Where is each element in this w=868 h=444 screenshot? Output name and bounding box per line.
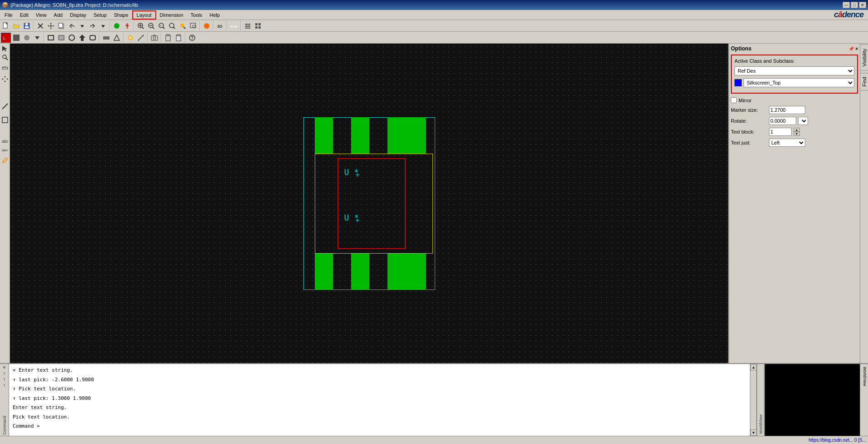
layer-active[interactable]: L — [1, 33, 11, 43]
side-btn-up2[interactable]: ↑ — [3, 377, 5, 382]
shape-rect2-btn[interactable] — [56, 33, 66, 43]
menu-shape[interactable]: Shape — [110, 10, 132, 20]
zoom-window[interactable] — [188, 21, 198, 31]
clipboard2-btn[interactable] — [174, 33, 184, 43]
help-btn[interactable]: ? — [187, 33, 197, 43]
pin-green-button[interactable] — [112, 21, 122, 31]
command-panel[interactable]: × Enter text string. ↑ last pick: -2.600… — [9, 364, 757, 436]
3d-button[interactable]: 3D — [215, 21, 225, 31]
save-button[interactable] — [22, 21, 32, 31]
menu-view[interactable]: View — [32, 10, 50, 20]
grid2-button[interactable] — [253, 21, 263, 31]
left-zoom-btn[interactable] — [1, 53, 9, 61]
refresh-button[interactable] — [202, 21, 212, 31]
arrow-btn[interactable] — [32, 33, 42, 43]
menu-setup[interactable]: Setup — [90, 10, 110, 20]
left-pencil-btn[interactable] — [1, 156, 9, 165]
visibility-tab[interactable]: Visibility — [860, 45, 868, 71]
shape-arrow-btn[interactable] — [77, 33, 87, 43]
camera-btn[interactable] — [149, 33, 159, 43]
text-block-up[interactable]: ▲ — [794, 128, 800, 132]
scroll-down-btn[interactable]: ▼ — [750, 429, 757, 436]
text-just-dropdown[interactable]: Left Center Right — [769, 139, 805, 147]
subclass-dropdown[interactable]: Silkscreen_Top — [744, 78, 854, 87]
left-text-abc2-btn[interactable]: abc+ — [1, 145, 9, 154]
flip-button[interactable]: FLIP — [229, 21, 239, 31]
text-block-input[interactable] — [769, 128, 792, 136]
shape-custom2-btn[interactable] — [112, 33, 122, 43]
grid-button[interactable] — [243, 21, 253, 31]
left-select-btn[interactable] — [1, 45, 9, 53]
menu-tools[interactable]: Tools — [187, 10, 206, 20]
measure-btn[interactable] — [136, 33, 146, 43]
zoom-custom[interactable] — [178, 21, 188, 31]
cross-btn[interactable] — [35, 21, 45, 31]
text-block-spinners: ▲ ▼ — [794, 128, 800, 136]
worldview-tab[interactable]: WorldView — [860, 364, 868, 389]
scroll-up-btn[interactable]: ▲ — [750, 364, 757, 370]
cadence-logo: cādence — [834, 10, 863, 20]
menu-display[interactable]: Display — [66, 10, 90, 20]
redo-arrow[interactable] — [88, 21, 98, 31]
find-tab[interactable]: Find — [860, 73, 868, 90]
side-btn-up3[interactable]: ↑ — [3, 383, 5, 388]
zoom-out-button[interactable] — [146, 21, 156, 31]
rotate-dropdown[interactable]: ▼ — [798, 117, 808, 125]
svg-line-84 — [2, 104, 8, 109]
app-icon: 📦 — [2, 2, 9, 8]
menu-edit[interactable]: Edit — [16, 10, 32, 20]
window-controls[interactable]: — □ ✕ — [843, 2, 866, 8]
left-ruler-btn[interactable] — [1, 64, 9, 72]
menu-add[interactable]: Add — [50, 10, 66, 20]
svg-line-30 — [174, 27, 175, 29]
side-btn-x[interactable]: × — [3, 365, 6, 370]
zoom-pan-button[interactable] — [167, 21, 177, 31]
menu-dimension[interactable]: Dimension — [156, 10, 187, 20]
arrow-down-2[interactable] — [98, 21, 108, 31]
pad-bot-1 — [315, 254, 333, 290]
add-padstack-btn[interactable] — [125, 33, 135, 43]
clipboard1-btn[interactable] — [163, 33, 173, 43]
zoom-fit-button[interactable]: + — [157, 21, 167, 31]
minimize-button[interactable]: — — [843, 2, 850, 8]
pushpin-button[interactable] — [122, 21, 132, 31]
maximize-button[interactable]: □ — [851, 2, 858, 8]
left-rect-btn[interactable] — [1, 113, 9, 127]
undo-arrow-1[interactable] — [67, 21, 77, 31]
new-button[interactable] — [1, 21, 11, 31]
mirror-checkbox[interactable] — [731, 97, 737, 103]
text-just-row: Text just: Left Center Right — [731, 139, 858, 147]
mirror-label: Mirror — [739, 98, 752, 103]
menu-layout[interactable]: Layout — [132, 10, 156, 20]
open-button[interactable] — [11, 21, 21, 31]
shape-circle-btn[interactable] — [67, 33, 77, 43]
svg-marker-56 — [79, 35, 85, 41]
copy-button[interactable] — [56, 21, 66, 31]
move-button[interactable] — [46, 21, 56, 31]
side-btn-up1[interactable]: ↑ — [3, 371, 5, 376]
left-move-btn[interactable] — [1, 75, 9, 83]
menu-help[interactable]: Help — [206, 10, 223, 20]
zoom-in-button[interactable] — [136, 21, 146, 31]
worldview-panel[interactable] — [764, 364, 860, 436]
command-scrollbar[interactable]: ▲ ▼ — [750, 364, 756, 436]
panel-pin-button[interactable]: 📌 × — [848, 46, 858, 51]
layer-btn-2[interactable] — [11, 33, 21, 43]
left-line-btn[interactable] — [1, 102, 9, 110]
menu-file[interactable]: File — [1, 10, 16, 20]
layer-btn-3[interactable] — [22, 33, 32, 43]
shape-rounded-btn[interactable] — [88, 33, 98, 43]
active-class-label: Active Class and Subclass: — [734, 58, 854, 64]
left-text-abc-btn[interactable]: abc — [1, 137, 9, 145]
close-button[interactable]: ✕ — [859, 2, 866, 8]
pad-bot-2 — [351, 254, 369, 290]
rotate-input[interactable] — [769, 117, 796, 125]
text-block-down[interactable]: ▼ — [794, 132, 800, 136]
arrow-down-1[interactable] — [77, 21, 87, 31]
cross-marker-1: + — [356, 171, 360, 179]
canvas-area[interactable]: U * U * + + — [10, 44, 728, 363]
marker-size-input[interactable] — [769, 106, 805, 114]
shape-custom1-btn[interactable] — [101, 33, 111, 43]
shape-rect-btn[interactable] — [46, 33, 56, 43]
class-dropdown[interactable]: Ref Des — [734, 66, 854, 75]
